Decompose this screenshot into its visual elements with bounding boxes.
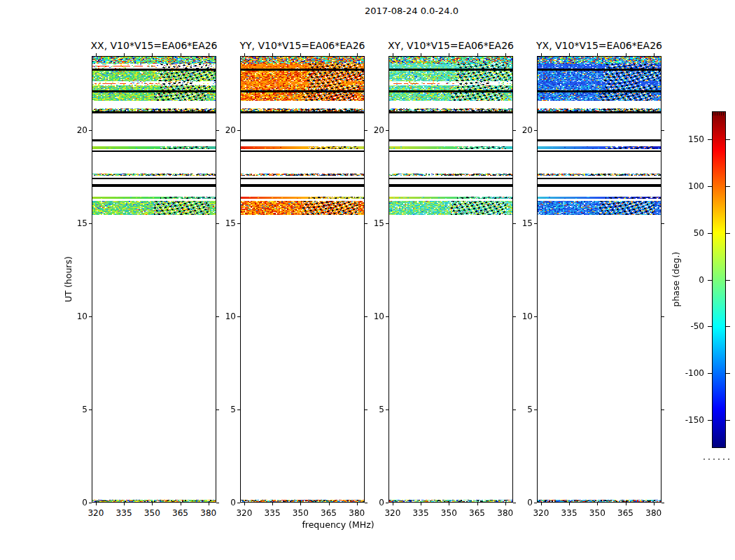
x-tick — [152, 503, 153, 505]
colorbar-tick — [726, 373, 730, 374]
x-tick — [449, 53, 449, 56]
y-tick — [386, 503, 388, 503]
panel-title-yx: YX, V10*V15=EA06*EA26 — [494, 40, 704, 51]
y-tick-label: 5 — [208, 405, 236, 414]
x-axis-label: frequency (MHz) — [233, 519, 443, 530]
y-tick — [662, 316, 664, 317]
x-tick — [569, 503, 570, 505]
y-tick-label: 10 — [505, 312, 533, 321]
colorbar-tick — [726, 233, 730, 234]
y-tick — [237, 223, 240, 224]
x-tick — [357, 53, 358, 56]
colorbar-top-hatch — [713, 112, 725, 115]
x-tick-label: 365 — [610, 508, 641, 518]
y-tick-label: 0 — [356, 498, 384, 507]
heatmap-canvas-xx — [92, 57, 216, 502]
x-tick — [477, 503, 478, 505]
x-tick — [272, 503, 273, 505]
y-tick-label: 15 — [505, 218, 533, 228]
y-tick — [386, 410, 388, 410]
y-tick-label: 20 — [59, 125, 88, 135]
x-tick — [505, 53, 506, 56]
y-axis-label: UT (hours) — [63, 209, 74, 349]
y-tick-label: 20 — [208, 125, 236, 135]
x-tick — [124, 53, 125, 56]
x-tick — [654, 53, 654, 56]
y-tick — [237, 503, 240, 503]
y-tick-label: 20 — [356, 125, 384, 135]
x-tick — [329, 503, 330, 505]
heatmap-panel-yy — [240, 56, 365, 503]
y-tick — [89, 316, 92, 317]
x-tick — [626, 503, 626, 505]
y-tick — [89, 223, 92, 224]
y-tick — [386, 223, 388, 224]
heatmap-canvas-xy — [389, 57, 512, 502]
y-tick — [662, 130, 664, 131]
colorbar-tick — [726, 326, 730, 327]
y-tick — [534, 503, 537, 503]
colorbar-tick — [726, 280, 730, 281]
x-tick — [244, 503, 245, 505]
x-tick — [124, 503, 125, 505]
y-tick — [662, 503, 664, 503]
x-tick — [541, 53, 542, 56]
x-tick — [597, 503, 598, 505]
colorbar-tick — [708, 280, 712, 281]
colorbar-tick — [726, 420, 730, 421]
x-tick-label: 350 — [582, 508, 612, 518]
x-tick-label: 320 — [377, 508, 408, 518]
x-tick — [300, 53, 301, 56]
x-tick-label: 320 — [80, 508, 111, 518]
x-tick — [654, 503, 654, 505]
colorbar-tick — [708, 233, 712, 234]
x-tick-label: 350 — [433, 508, 464, 518]
y-tick-label: 10 — [356, 312, 384, 321]
colorbar-tick-label: 150 — [669, 134, 704, 144]
x-tick — [329, 53, 330, 56]
x-tick-label: 320 — [229, 508, 260, 518]
x-tick — [626, 53, 626, 56]
x-tick-label: 320 — [526, 508, 556, 518]
colorbar-tick — [708, 326, 712, 327]
y-tick-label: 15 — [208, 218, 236, 228]
x-tick — [96, 53, 97, 56]
y-tick — [89, 410, 92, 410]
y-tick — [534, 316, 537, 317]
x-tick — [477, 53, 478, 56]
x-tick-label: 335 — [108, 508, 139, 518]
x-tick — [209, 53, 209, 56]
y-tick-label: 15 — [356, 218, 384, 228]
x-tick — [597, 53, 598, 56]
y-tick — [662, 223, 664, 224]
x-tick — [541, 503, 542, 505]
y-tick — [534, 410, 537, 410]
colorbar-tick — [708, 139, 712, 140]
figure-title: 2017-08-24 0.0-24.0 — [272, 6, 552, 16]
y-tick — [237, 410, 240, 410]
y-tick-label: 10 — [208, 312, 236, 321]
y-tick — [534, 223, 537, 224]
x-tick — [393, 53, 393, 56]
y-tick — [89, 130, 92, 131]
y-tick — [386, 130, 388, 131]
heatmap-panel-xx — [92, 56, 216, 503]
x-tick — [272, 53, 273, 56]
x-tick — [300, 503, 301, 505]
x-tick-label: 350 — [136, 508, 167, 518]
y-tick — [89, 503, 92, 503]
x-tick — [421, 53, 421, 56]
x-tick — [569, 53, 570, 56]
x-tick-label: 365 — [165, 508, 196, 518]
heatmap-canvas-yy — [241, 57, 364, 502]
figure: 2017-08-24 0.0-24.0 XX, V10*V15=EA06*EA2… — [0, 0, 735, 560]
x-tick-label: 380 — [490, 508, 521, 518]
colorbar-tick — [708, 186, 712, 187]
x-tick — [181, 53, 181, 56]
x-tick-label: 380 — [342, 508, 372, 518]
x-tick — [449, 503, 449, 505]
y-tick-label: 0 — [505, 498, 533, 507]
colorbar-tick-label: 100 — [669, 181, 704, 191]
x-tick-label: 350 — [285, 508, 316, 518]
colorbar-label: phase (deg.) — [671, 209, 682, 349]
